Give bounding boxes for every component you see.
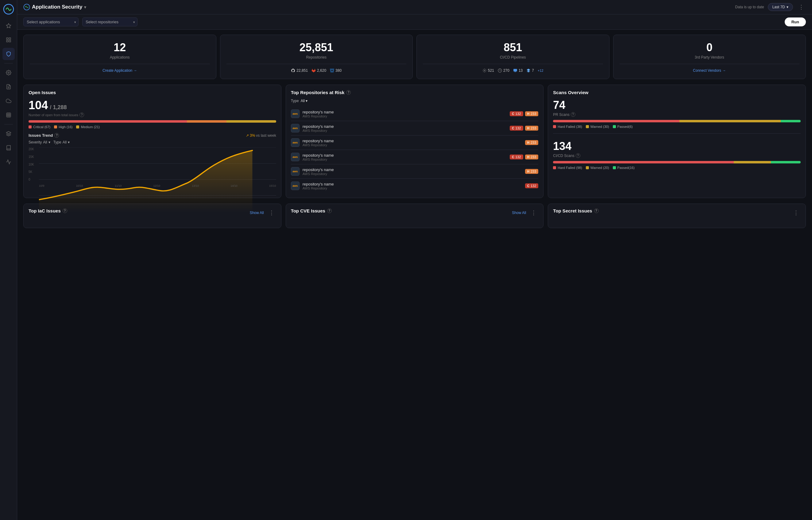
time-range-label: Last 7D bbox=[772, 5, 785, 9]
badge-high-5: H233 bbox=[525, 169, 539, 174]
topbar-left: Application Security ▾ bbox=[23, 4, 86, 10]
svg-marker-1 bbox=[6, 24, 11, 28]
data-status: Data is up to date bbox=[735, 5, 764, 9]
repositories-icons-row: 22,851 2,620 380 bbox=[226, 68, 407, 73]
cicd-count1: 521 bbox=[488, 68, 494, 73]
open-issues-number: 104 / 1,288 bbox=[28, 99, 276, 112]
repo-icon-3: aws bbox=[291, 138, 299, 147]
svg-rect-4 bbox=[6, 41, 8, 42]
open-issues-title: Open Issues bbox=[28, 90, 276, 95]
repo-icon-5: aws bbox=[291, 167, 299, 176]
stats-row: 12 Applications Create Application → 25,… bbox=[23, 35, 806, 79]
connect-vendors-link[interactable]: Connect Vendors → bbox=[620, 68, 800, 73]
top-secrets-panel: Top Secret Issues ? ⋮ bbox=[548, 204, 806, 228]
pr-warned-dot bbox=[586, 125, 589, 128]
time-range-button[interactable]: Last 7D ▾ bbox=[768, 3, 793, 11]
bitbucket-count: 380 bbox=[330, 68, 342, 73]
cicd-legend-passed: Passed(16) bbox=[613, 166, 635, 170]
stat-card-applications: 12 Applications Create Application → bbox=[23, 35, 216, 79]
repos-filter-row: Type All ▾ bbox=[291, 99, 539, 103]
svg-rect-3 bbox=[9, 38, 10, 39]
filterbar: Select applications Select repositories … bbox=[17, 15, 812, 30]
repo-item-3[interactable]: aws repository's name AWS Repository H23… bbox=[291, 135, 539, 150]
cve-menu-button[interactable]: ⋮ bbox=[529, 209, 538, 217]
applications-label: Applications bbox=[30, 55, 210, 59]
cve-help-icon[interactable]: ? bbox=[327, 208, 332, 213]
app-logo[interactable] bbox=[3, 4, 14, 15]
cve-header: Top CVE Issues ? Show All ⋮ bbox=[291, 208, 539, 217]
sidebar-item-dashboard[interactable] bbox=[2, 34, 15, 46]
sidebar-item-cloud[interactable] bbox=[2, 95, 15, 107]
app-title[interactable]: Application Security ▾ bbox=[23, 4, 86, 10]
pr-passed-dot bbox=[613, 125, 616, 128]
stat-divider-4 bbox=[620, 64, 800, 64]
repo-info-4: repository's name AWS Repository bbox=[302, 153, 507, 161]
pr-scans-help-icon[interactable]: ? bbox=[571, 112, 575, 117]
repos-filter-value[interactable]: All ▾ bbox=[301, 99, 307, 103]
trend-help-icon[interactable]: ? bbox=[54, 133, 59, 138]
severity-filter[interactable]: Severity All ▾ bbox=[28, 140, 50, 145]
repo-item-5[interactable]: aws repository's name AWS Repository H23… bbox=[291, 164, 539, 179]
repo-info-5: repository's name AWS Repository bbox=[302, 167, 522, 176]
cicd-scans-label: CI/CD Scans ? bbox=[553, 153, 801, 158]
pr-scans-number: 74 bbox=[553, 99, 801, 112]
sidebar-item-book[interactable] bbox=[2, 142, 15, 154]
scans-overview-panel: Scans Overview 74 PR Scans ? bbox=[548, 85, 806, 198]
pr-scans-label: PR Scans ? bbox=[553, 112, 801, 117]
sidebar-item-layers[interactable] bbox=[2, 128, 15, 140]
repositories-filter[interactable]: Select repositories bbox=[82, 18, 138, 26]
repo-item-1[interactable]: aws repository's name AWS Repository C13… bbox=[291, 107, 539, 121]
sidebar-item-settings[interactable] bbox=[2, 67, 15, 79]
cicd-icon2: 270 bbox=[498, 68, 510, 73]
sidebar-item-security[interactable] bbox=[2, 48, 15, 60]
open-issues-help-icon[interactable]: ? bbox=[79, 112, 84, 117]
sidebar-item-reports[interactable] bbox=[2, 81, 15, 93]
sidebar-item-favorites[interactable] bbox=[2, 20, 15, 32]
topbar-menu-button[interactable]: ⋮ bbox=[797, 3, 806, 11]
cicd-legend-failed: Hard Failed (98) bbox=[553, 166, 582, 170]
repo-item-6[interactable]: aws repository's name AWS Repository C13… bbox=[291, 179, 539, 193]
sidebar-item-activity[interactable] bbox=[2, 156, 15, 168]
sidebar-item-grid[interactable] bbox=[2, 109, 15, 121]
chart-x-labels: 10/9 10/10 11/10 12/10 13/10 14/10 15/10 bbox=[39, 184, 276, 187]
repo-item-2[interactable]: aws repository's name AWS Repository C13… bbox=[291, 121, 539, 135]
stat-card-cicd: 851 CI/CD Pipelines 521 270 13 bbox=[416, 35, 610, 79]
cicd-count: 851 bbox=[423, 41, 603, 54]
cicd-icon4: 7 bbox=[526, 68, 534, 73]
legend-medium: Medium (21) bbox=[76, 125, 100, 129]
cicd-passed-bar bbox=[771, 161, 801, 163]
trend-chart: 20K 15K 10K 5K 0 bbox=[28, 148, 276, 187]
applications-filter-wrapper: Select applications bbox=[23, 18, 78, 26]
run-button[interactable]: Run bbox=[785, 18, 806, 26]
gitlab-count: 2,620 bbox=[312, 68, 326, 73]
issues-trend-section: Issues Trend ? ↗ 3% vs last week Severit… bbox=[28, 133, 276, 187]
cve-show-all[interactable]: Show All bbox=[512, 211, 526, 215]
secrets-header: Top Secret Issues ? ⋮ bbox=[553, 208, 801, 217]
secrets-menu-button[interactable]: ⋮ bbox=[791, 209, 801, 217]
cicd-more: +12 bbox=[538, 69, 543, 72]
repo-info-6: repository's name AWS Repository bbox=[302, 182, 522, 190]
cicd-passed-dot bbox=[613, 166, 616, 169]
create-application-link[interactable]: Create Application → bbox=[30, 68, 210, 73]
applications-filter[interactable]: Select applications bbox=[23, 18, 78, 26]
badge-high-2: H233 bbox=[525, 126, 539, 131]
cicd-icon1: 521 bbox=[483, 68, 494, 73]
repositories-label: Repositories bbox=[226, 55, 407, 59]
trend-title: Issues Trend ? bbox=[28, 133, 59, 138]
legend-critical-dot bbox=[28, 125, 32, 128]
type-filter[interactable]: Type All ▾ bbox=[53, 140, 70, 145]
top-repos-panel: Top Repositories at Risk ? Type All ▾ aw… bbox=[286, 85, 544, 198]
top-cve-panel: Top CVE Issues ? Show All ⋮ bbox=[286, 204, 544, 228]
secrets-help-icon[interactable]: ? bbox=[594, 208, 599, 213]
badge-high-3: H233 bbox=[525, 140, 539, 145]
repos-help-icon[interactable]: ? bbox=[346, 90, 351, 95]
repo-badges-3: H233 bbox=[525, 140, 539, 145]
cicd-scans-help-icon[interactable]: ? bbox=[576, 153, 580, 158]
repo-item-4[interactable]: aws repository's name AWS Repository C13… bbox=[291, 150, 539, 164]
high-bar bbox=[187, 120, 226, 123]
pr-passed-bar bbox=[781, 120, 801, 122]
github-count: 22,851 bbox=[291, 68, 308, 73]
cicd-scans-section: 134 CI/CD Scans ? Hard Failed (98) bbox=[553, 140, 801, 175]
trend-filters: Severity All ▾ Type All ▾ bbox=[28, 140, 276, 145]
badge-critical-1: C132 bbox=[510, 111, 523, 116]
